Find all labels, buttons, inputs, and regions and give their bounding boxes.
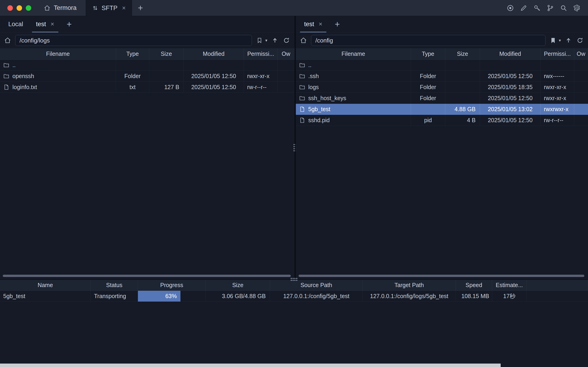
file-name: 5gb_test — [308, 106, 330, 113]
file-modified: 2025/01/05 12:50 — [184, 71, 244, 82]
column-header-permissions[interactable]: Permissi... — [244, 48, 278, 59]
file-row-parent-dir[interactable]: .. — [0, 60, 294, 71]
transfer-table-header: Name Status Progress Size Source Path Ta… — [0, 280, 588, 291]
refresh-icon[interactable] — [576, 36, 584, 44]
file-name: loginfo.txt — [12, 84, 37, 91]
transfer-arrows-icon — [92, 5, 98, 11]
file-owner — [574, 60, 588, 70]
search-icon[interactable] — [560, 4, 568, 12]
column-header-target-path[interactable]: Target Path — [363, 280, 456, 291]
file-row-sshd-pid[interactable]: sshd.pid pid 4 B 2025/01/05 12:50 rw-r--… — [296, 115, 588, 126]
traffic-lights — [0, 0, 38, 16]
column-header-permissions[interactable]: Permissi... — [541, 48, 574, 59]
file-name: logs — [308, 84, 319, 91]
file-row-parent-dir[interactable]: .. — [296, 60, 588, 71]
column-header-owner[interactable]: Ow — [278, 48, 294, 59]
path-input-left[interactable] — [15, 35, 252, 46]
close-icon[interactable]: × — [122, 5, 126, 11]
column-header-type[interactable]: Type — [116, 48, 149, 59]
file-type — [411, 60, 445, 70]
column-header-speed[interactable]: Speed — [456, 280, 492, 291]
pane-tab-test-left[interactable]: test × — [30, 16, 61, 32]
left-horizontal-scrollbar[interactable] — [3, 275, 291, 277]
chevron-down-icon[interactable]: ▾ — [265, 38, 267, 43]
branch-icon[interactable] — [546, 4, 554, 12]
file-row-ssh[interactable]: .ssh Folder 2025/01/05 12:50 rwx------ — [296, 71, 588, 82]
close-icon[interactable]: × — [319, 21, 323, 27]
bookmark-filled-icon[interactable] — [549, 36, 557, 44]
pane-tab-test-right[interactable]: test × — [298, 16, 329, 32]
right-pane: test × + ▾ — [296, 16, 588, 279]
folder-icon — [3, 73, 9, 79]
right-horizontal-scrollbar[interactable] — [298, 275, 584, 277]
settings-icon[interactable] — [573, 4, 581, 12]
transfer-row-5gb-test[interactable]: 5gb_test Transporting 63% 3.06 GB/4.88 G… — [0, 291, 588, 302]
column-header-size[interactable]: Size — [149, 48, 184, 59]
file-permissions: rwxr-xr-x — [244, 71, 278, 82]
key-icon[interactable] — [533, 4, 541, 12]
column-header-modified[interactable]: Modified — [184, 48, 244, 59]
add-pane-tab-button-left[interactable]: + — [61, 16, 78, 32]
splitter-handle-icon[interactable] — [291, 278, 298, 281]
file-size — [149, 71, 184, 82]
path-input-right[interactable] — [311, 35, 545, 46]
file-type: Folder — [411, 71, 445, 82]
refresh-icon[interactable] — [282, 36, 290, 44]
close-window-button[interactable] — [7, 5, 13, 11]
column-header-source-path[interactable]: Source Path — [270, 280, 363, 291]
column-header-progress[interactable]: Progress — [138, 280, 206, 291]
file-row-ssh-host-keys[interactable]: ssh_host_keys Folder 2025/01/05 12:50 rw… — [296, 93, 588, 104]
up-directory-icon[interactable] — [271, 36, 279, 44]
file-type: txt — [116, 82, 149, 92]
column-header-type[interactable]: Type — [411, 48, 445, 59]
column-header-estimate[interactable]: Estimate... — [492, 280, 527, 291]
bookmark-icon[interactable] — [256, 36, 264, 44]
record-icon[interactable] — [506, 4, 514, 12]
left-pane: Local test × + ▾ — [0, 16, 294, 279]
folder-icon — [299, 73, 305, 79]
file-row-logs[interactable]: logs Folder 2025/01/05 18:35 rwxr-xr-x — [296, 82, 588, 93]
scrollbar-thumb[interactable] — [298, 275, 584, 277]
column-header-filler — [527, 280, 588, 291]
column-header-status[interactable]: Status — [91, 280, 138, 291]
file-name: sshd.pid — [308, 117, 330, 124]
new-window-tab-button[interactable]: + — [132, 0, 149, 16]
column-header-filename[interactable]: Filename — [0, 48, 116, 59]
transfer-name: 5gb_test — [0, 291, 91, 301]
close-icon[interactable]: × — [51, 21, 54, 27]
file-row-loginfo[interactable]: loginfo.txt txt 127 B 2025/01/05 12:50 r… — [0, 82, 294, 93]
scrollbar-thumb[interactable] — [3, 275, 291, 277]
add-pane-tab-button-right[interactable]: + — [329, 16, 346, 32]
file-owner — [278, 60, 294, 70]
minimize-window-button[interactable] — [17, 5, 22, 11]
transfer-progress-bar: 63% — [138, 291, 206, 301]
column-header-size[interactable]: Size — [445, 48, 480, 59]
titlebar: Termora SFTP × + — [0, 0, 588, 16]
file-modified: 2025/01/05 18:35 — [480, 82, 541, 92]
column-header-owner[interactable]: Ow — [574, 48, 588, 59]
column-header-size[interactable]: Size — [206, 280, 270, 291]
file-permissions: rw-r--r-- — [244, 82, 278, 92]
file-permissions: rwxrwxr-x — [541, 104, 574, 115]
column-header-filename[interactable]: Filename — [296, 48, 411, 59]
file-size: 4.88 GB — [445, 104, 480, 115]
column-header-modified[interactable]: Modified — [480, 48, 541, 59]
column-header-name[interactable]: Name — [0, 280, 91, 291]
zoom-window-button[interactable] — [26, 5, 31, 11]
chevron-down-icon[interactable]: ▾ — [559, 38, 561, 43]
file-row-5gb-test-selected[interactable]: 5gb_test 4.88 GB 2025/01/05 13:02 rwxrwx… — [296, 104, 588, 115]
tab-sftp[interactable]: SFTP × — [86, 0, 132, 16]
up-directory-icon[interactable] — [564, 36, 572, 44]
left-pane-tabs: Local test × + — [0, 16, 294, 33]
home-icon[interactable] — [4, 36, 11, 44]
file-owner — [574, 104, 588, 115]
file-permissions — [541, 60, 574, 70]
file-row-openssh[interactable]: openssh Folder 2025/01/05 12:50 rwxr-xr-… — [0, 71, 294, 82]
edit-icon[interactable] — [520, 4, 528, 12]
pane-tab-local[interactable]: Local — [2, 16, 30, 32]
file-permissions: rwx------ — [541, 71, 574, 82]
home-icon[interactable] — [299, 36, 307, 44]
file-type: Folder — [411, 93, 445, 104]
progress-label: 63% — [165, 293, 177, 300]
tab-termora[interactable]: Termora — [38, 0, 86, 16]
